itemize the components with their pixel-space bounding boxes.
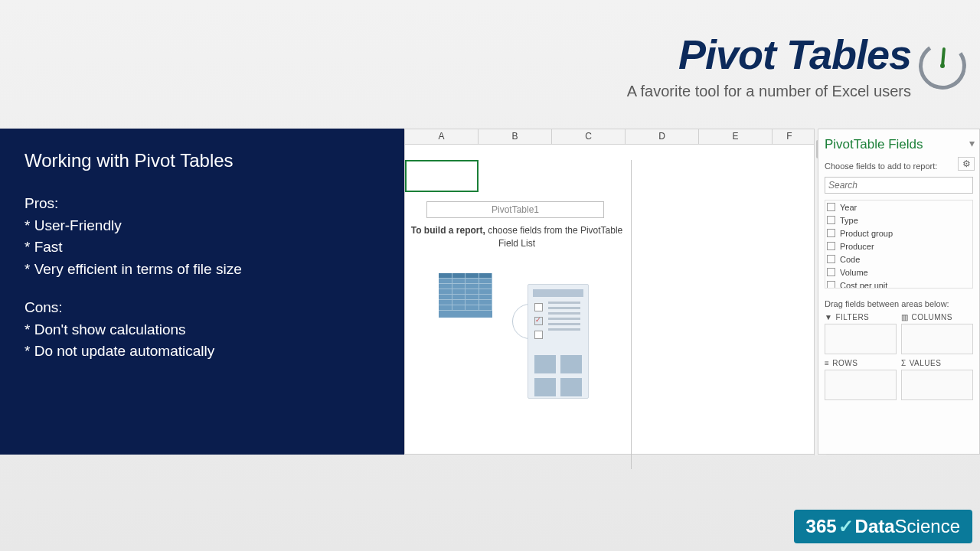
columns-icon: ▥ <box>901 313 909 321</box>
info-panel: Working with Pivot Tables Pros: * User-F… <box>0 129 404 455</box>
field-item[interactable]: Product group <box>825 227 972 240</box>
rows-area[interactable]: ≡ROWS <box>825 359 897 400</box>
con-item: * Do not update automatically <box>24 341 380 363</box>
slide-title: Pivot Tables <box>627 31 911 78</box>
field-item[interactable]: Volume <box>825 266 972 279</box>
panel-heading: Working with Pivot Tables <box>24 150 380 171</box>
sigma-icon: Σ <box>901 359 906 367</box>
checkbox-icon[interactable] <box>827 229 835 237</box>
field-item[interactable]: Type <box>825 214 972 227</box>
checkbox-icon[interactable] <box>827 268 835 276</box>
pros-label: Pros: <box>24 193 380 215</box>
slide-subtitle: A favorite tool for a number of Excel us… <box>627 83 911 100</box>
cons-label: Cons: <box>24 297 380 319</box>
pro-item: * Very efficient in terms of file size <box>24 259 380 281</box>
columns-area[interactable]: ▥COLUMNS <box>901 313 973 354</box>
drag-instruction: Drag fields between areas below: <box>825 299 973 308</box>
pivot-illustration <box>439 273 592 405</box>
cell-grid[interactable]: PivotTable1 To build a report, choose fi… <box>405 145 814 454</box>
brand-logo: 365✓DataScience <box>794 510 972 543</box>
checkbox-icon[interactable] <box>827 242 835 250</box>
checkbox-icon[interactable] <box>827 255 835 263</box>
con-item: * Don't show calculations <box>24 319 380 341</box>
gauge-icon <box>919 42 966 90</box>
field-item[interactable]: Year <box>825 201 972 214</box>
filter-icon: ▼ <box>825 313 832 321</box>
pivot-field-pane: PivotTable Fields ▾ Choose fields to add… <box>818 129 980 455</box>
checkbox-icon[interactable] <box>827 216 835 224</box>
column-header[interactable]: A <box>405 129 479 144</box>
column-header[interactable]: C <box>552 129 626 144</box>
field-item[interactable]: Cost per unit <box>825 279 972 289</box>
selected-cell[interactable] <box>405 160 479 192</box>
field-item[interactable]: Producer <box>825 240 972 253</box>
close-dropdown-icon[interactable]: ▾ <box>969 137 975 149</box>
checkmark-icon: ✓ <box>838 516 854 536</box>
field-search-input[interactable] <box>825 177 973 194</box>
values-area[interactable]: ΣVALUES <box>901 359 973 400</box>
pivot-name-box: PivotTable1 <box>426 201 604 218</box>
field-list[interactable]: Year Type Product group Producer Code Vo… <box>825 200 973 289</box>
column-header[interactable]: B <box>479 129 552 144</box>
settings-button[interactable]: ⚙ <box>958 157 975 171</box>
spreadsheet-view[interactable]: A B C D E F PivotTable1 To build a repor… <box>404 129 815 455</box>
rows-icon: ≡ <box>825 359 829 367</box>
checkbox-icon[interactable] <box>827 281 835 289</box>
column-header[interactable]: D <box>626 129 699 144</box>
filters-area[interactable]: ▼FILTERS <box>825 313 897 354</box>
pro-item: * User-Friendly <box>24 215 380 237</box>
checkbox-icon[interactable] <box>827 203 835 211</box>
field-item[interactable]: Code <box>825 253 972 266</box>
field-pane-title: PivotTable Fields <box>825 137 973 152</box>
field-pane-subtitle: Choose fields to add to report: <box>825 161 973 171</box>
column-header[interactable]: E <box>699 129 773 144</box>
gear-icon: ⚙ <box>962 158 971 169</box>
pro-item: * Fast <box>24 236 380 259</box>
column-header[interactable]: F <box>773 129 806 144</box>
pivot-hint: To build a report, choose fields from th… <box>408 224 626 250</box>
